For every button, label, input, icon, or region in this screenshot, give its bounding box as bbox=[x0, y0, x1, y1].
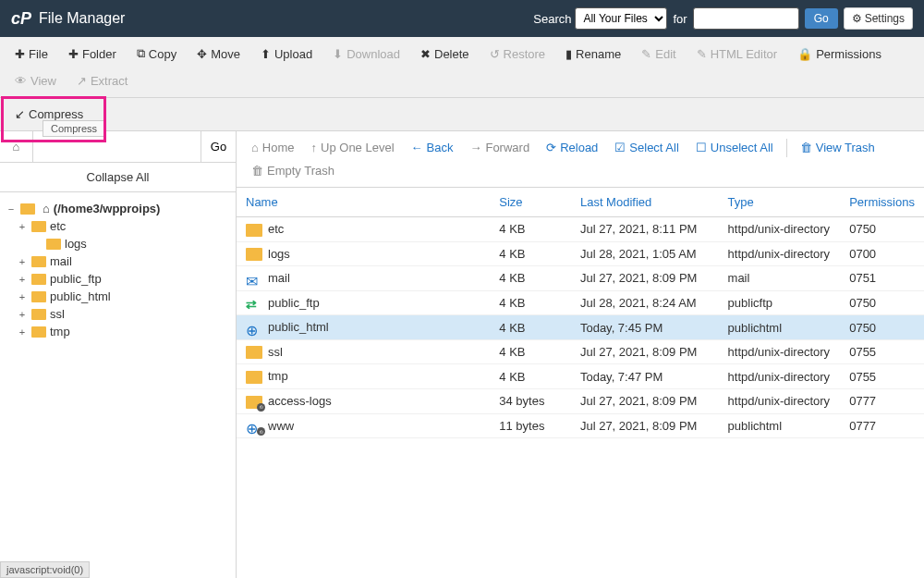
path-row: ⌂ Go bbox=[0, 131, 236, 163]
cell-perms: 0700 bbox=[840, 241, 924, 266]
cell-name: ✉mail bbox=[237, 266, 490, 291]
table-row[interactable]: tmp4 KBToday, 7:47 PMhttpd/unix-director… bbox=[237, 364, 924, 389]
col-modified[interactable]: Last Modified bbox=[571, 188, 719, 217]
table-row[interactable]: ⊕public_html4 KBToday, 7:45 PMpublichtml… bbox=[237, 315, 924, 340]
tree-label: mail bbox=[50, 254, 72, 268]
unselect-all-button[interactable]: ☐Unselect All bbox=[688, 137, 781, 158]
toolbar-label: Rename bbox=[576, 47, 621, 61]
folder-tree: −⌂(/home3/wpproips)+etclogs+mail+public_… bbox=[0, 192, 236, 578]
table-row[interactable]: ssl4 KBJul 27, 2021, 8:09 PMhttpd/unix-d… bbox=[237, 339, 924, 364]
download-button: ⬇Download bbox=[323, 41, 409, 67]
cpanel-logo: cP bbox=[11, 9, 31, 29]
table-row[interactable]: ⊕⎋www11 bytesJul 27, 2021, 8:09 PMpublic… bbox=[237, 413, 924, 438]
back-icon: ← bbox=[411, 141, 423, 154]
toolbar-label: Upload bbox=[274, 47, 312, 61]
check-icon: ☑ bbox=[614, 141, 626, 154]
transfer-icon: ⇄ bbox=[246, 297, 262, 310]
folder-icon bbox=[20, 203, 35, 215]
col-name[interactable]: Name bbox=[237, 188, 490, 217]
action-bar: ⌂Home ↑Up One Level ←Back →Forward ⟳Relo… bbox=[237, 131, 924, 188]
tree-label: public_html bbox=[50, 289, 111, 303]
col-type[interactable]: Type bbox=[719, 188, 841, 217]
search-scope-select[interactable]: All Your Files bbox=[575, 7, 667, 30]
globe-icon: ⊕ bbox=[246, 322, 262, 335]
table-row[interactable]: logs4 KBJul 28, 2021, 1:05 AMhttpd/unix-… bbox=[237, 241, 924, 266]
settings-label: Settings bbox=[865, 12, 905, 25]
lock-icon: 🔒 bbox=[797, 47, 812, 61]
cell-type: publicftp bbox=[719, 290, 841, 315]
expander-icon[interactable]: + bbox=[17, 326, 28, 338]
view-trash-button[interactable]: 🗑View Trash bbox=[793, 137, 882, 158]
divider bbox=[786, 139, 787, 157]
plus-icon: ✚ bbox=[15, 47, 25, 61]
cell-name: ⎋access-logs bbox=[237, 388, 490, 413]
copy-icon: ⧉ bbox=[137, 46, 145, 61]
upload-button[interactable]: ⬆Upload bbox=[251, 41, 322, 67]
folder-icon bbox=[246, 224, 262, 237]
tree-item-ssl[interactable]: +ssl bbox=[6, 305, 230, 323]
file-name: public_ftp bbox=[268, 296, 320, 310]
path-go-button[interactable]: Go bbox=[201, 131, 236, 162]
table-row[interactable]: ✉mail4 KBJul 27, 2021, 8:09 PMmail0751 bbox=[237, 266, 924, 291]
tree-item-etc[interactable]: +etc bbox=[6, 217, 230, 235]
cell-type: httpd/unix-directory bbox=[719, 388, 841, 413]
cell-perms: 0750 bbox=[840, 315, 924, 340]
delete-button[interactable]: ✖Delete bbox=[411, 41, 479, 67]
empty-trash-button[interactable]: 🗑Empty Trash bbox=[244, 160, 342, 181]
move-button[interactable]: ✥Move bbox=[188, 41, 249, 67]
col-perms[interactable]: Permissions bbox=[840, 188, 924, 217]
toolbar-label: File bbox=[29, 47, 48, 61]
select-all-button[interactable]: ☑Select All bbox=[607, 137, 686, 158]
search-go-button[interactable]: Go bbox=[805, 8, 838, 29]
tree-label: etc bbox=[50, 219, 66, 233]
home-button[interactable]: ⌂Home bbox=[244, 137, 302, 158]
tree-item-public_html[interactable]: +public_html bbox=[6, 288, 230, 305]
tree-item-logs[interactable]: logs bbox=[6, 235, 230, 252]
search-input[interactable] bbox=[693, 7, 799, 30]
expander-icon[interactable]: + bbox=[17, 256, 28, 267]
rename-button[interactable]: ▮Rename bbox=[556, 41, 630, 67]
expander-icon[interactable]: + bbox=[17, 309, 28, 320]
forward-button[interactable]: →Forward bbox=[462, 137, 537, 158]
rename-icon: ▮ bbox=[565, 47, 572, 61]
globe-link-icon: ⊕⎋ bbox=[246, 420, 262, 433]
file-button[interactable]: ✚File bbox=[6, 41, 57, 67]
tree-label: tmp bbox=[50, 325, 70, 338]
cell-name: ⊕public_html bbox=[237, 315, 490, 340]
cell-type: mail bbox=[719, 266, 841, 291]
expander-icon[interactable]: + bbox=[17, 274, 28, 285]
col-size[interactable]: Size bbox=[490, 188, 571, 217]
view-button: 👁View bbox=[6, 68, 66, 93]
tree-item-tmp[interactable]: +tmp bbox=[6, 323, 230, 340]
forward-icon: → bbox=[469, 141, 481, 154]
folder-button[interactable]: ✚Folder bbox=[59, 41, 126, 67]
folder-icon bbox=[246, 346, 262, 359]
cell-type: httpd/unix-directory bbox=[719, 241, 841, 266]
restore-icon: ↺ bbox=[490, 47, 500, 61]
copy-button[interactable]: ⧉Copy bbox=[128, 41, 186, 67]
tree-item-public_ftp[interactable]: +public_ftp bbox=[6, 270, 230, 288]
cell-modified: Today, 7:45 PM bbox=[571, 315, 719, 340]
cell-name: ⊕⎋www bbox=[237, 413, 490, 438]
tree-root[interactable]: −⌂(/home3/wpproips) bbox=[6, 200, 230, 217]
collapse-all-button[interactable]: Collapse All bbox=[0, 163, 236, 192]
permissions-button[interactable]: 🔒Permissions bbox=[788, 41, 891, 67]
tree-item-mail[interactable]: +mail bbox=[6, 252, 230, 270]
back-button[interactable]: ←Back bbox=[404, 137, 461, 158]
expander-icon[interactable]: + bbox=[17, 291, 28, 302]
home-icon[interactable]: ⌂ bbox=[0, 131, 33, 162]
up-one-level-button[interactable]: ↑Up One Level bbox=[304, 137, 402, 158]
cell-modified: Jul 27, 2021, 8:09 PM bbox=[571, 266, 719, 291]
reload-button[interactable]: ⟳Reload bbox=[539, 137, 605, 158]
expander-icon[interactable]: + bbox=[17, 221, 28, 232]
table-row[interactable]: etc4 KBJul 27, 2021, 8:11 PMhttpd/unix-d… bbox=[237, 217, 924, 242]
html-editor-button: ✎HTML Editor bbox=[687, 41, 786, 67]
cell-name: ⇄public_ftp bbox=[237, 290, 490, 315]
cell-type: httpd/unix-directory bbox=[719, 217, 841, 242]
sidebar: ⌂ Go Collapse All −⌂(/home3/wpproips)+et… bbox=[0, 131, 237, 578]
table-row[interactable]: ⇄public_ftp4 KBJul 28, 2021, 8:24 AMpubl… bbox=[237, 290, 924, 315]
table-row[interactable]: ⎋access-logs34 bytesJul 27, 2021, 8:09 P… bbox=[237, 388, 924, 413]
settings-button[interactable]: ⚙Settings bbox=[844, 7, 913, 30]
delete-icon: ✖ bbox=[420, 47, 431, 61]
expander-icon[interactable]: − bbox=[6, 203, 17, 215]
